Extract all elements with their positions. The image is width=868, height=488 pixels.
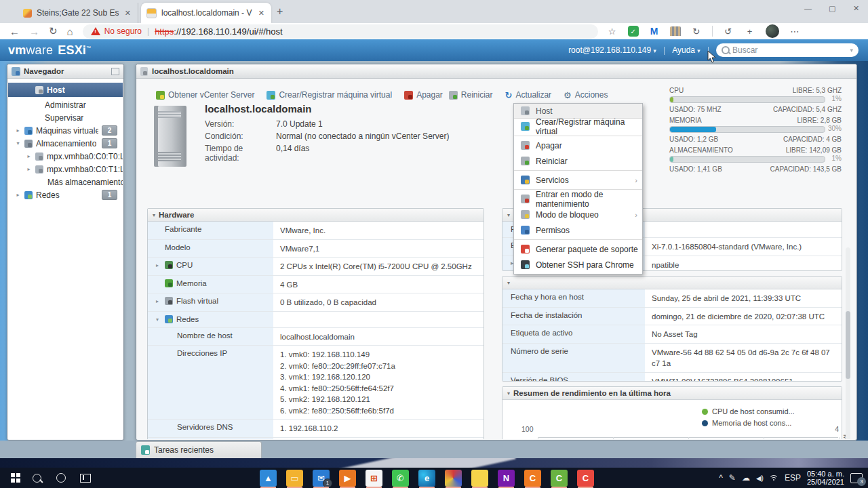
window-minimize-button[interactable]: — [804,4,812,12]
row-chevron-icon[interactable]: ▾ [156,317,161,323]
collapse-chevron-icon[interactable]: ▾ [153,212,155,218]
sidebar-item[interactable]: Administrar [8,98,123,111]
browser-tab-steinsgate[interactable]: Steins;Gate 22 Sub Español Onli ✕ [18,3,138,23]
taskbar-app-icon[interactable]: C [524,470,541,487]
scrollbar-thumb[interactable] [846,311,850,379]
toolbar-button[interactable]: ⚙ Acciones [564,90,608,100]
menu-item[interactable]: Entrar en modo de mantenimiento [514,191,642,207]
language-indicator[interactable]: ESP [785,473,801,483]
taskbar-app-icon[interactable]: e [418,470,435,487]
url-field[interactable]: ! No seguro | https://192.168.110.149/ui… [83,24,598,39]
forward-icon[interactable]: → [29,26,39,37]
main-scrollbar[interactable] [846,247,850,439]
extension-icon[interactable] [670,26,681,36]
collapse-chevron-icon[interactable]: ▾ [507,212,510,218]
taskbar-app-icon[interactable]: N [498,470,515,487]
tree-chevron-icon[interactable]: ▸ [15,127,21,134]
tab-close-icon[interactable]: ✕ [123,9,132,18]
window-close-button[interactable]: ✕ [853,4,859,13]
taskbar-app-icon[interactable]: ▲ [260,470,277,487]
toolbar-button[interactable]: Apagar [404,90,443,100]
toolbar-button[interactable]: ↻ Actualizar [505,90,552,100]
sidebar-item[interactable]: ▸ mpx.vmhba0:C0:T1:L0 [8,163,123,176]
collapse-panel-icon[interactable] [111,68,119,75]
sidebar-item[interactable]: ▸ Máquinas virtuales 2 [8,124,123,137]
browser-menu-icon[interactable]: ⋯ [789,25,801,37]
pen-icon[interactable]: ✎ [729,473,736,483]
menu-item[interactable]: Generar paquete de soporte [514,241,642,257]
show-hidden-icons[interactable]: ^ [719,473,723,483]
hardware-row-label: Memoria [176,279,207,287]
menu-item[interactable]: Reiniciar [514,153,642,169]
search-input[interactable]: Buscar ▾ [716,43,859,57]
tab-close-icon[interactable]: ✕ [257,9,266,18]
taskbar-app-icon[interactable]: C [577,470,594,487]
tree-chevron-icon[interactable]: ▸ [26,166,32,172]
new-tab-button[interactable]: + [277,5,283,18]
tree-chevron-icon[interactable]: ▾ [15,140,21,146]
toolbar-button[interactable]: Crear/Registrar máquina virtual [267,90,392,100]
taskbar-app-icon[interactable] [471,470,488,487]
notification-center-icon[interactable]: 3 [850,473,863,483]
account-menu[interactable]: root@192.168.110.149 ▾ [568,45,656,55]
refresh-extension-icon[interactable]: ↻ [690,25,703,37]
history-icon[interactable]: ↺ [722,25,734,37]
browser-tab-esxi[interactable]: localhost.localdomain - VMware ✕ [141,3,271,23]
profile-avatar[interactable] [766,24,779,38]
sidebar-item[interactable]: ▾ Almacenamiento 1 [8,137,123,150]
menu-item[interactable] [514,170,642,171]
toolbar-button[interactable]: Reiniciar [449,90,493,100]
favorite-star-icon[interactable]: ☆ [606,25,618,37]
row-chevron-icon[interactable]: ▸ [156,298,161,304]
malwarebytes-icon[interactable]: M [648,25,660,37]
start-button[interactable] [0,468,24,488]
security-warning-icon[interactable]: ! [91,27,100,35]
home-icon[interactable]: ⌂ [67,26,73,37]
menu-item[interactable]: Permisos [514,222,642,238]
collections-icon[interactable]: + [744,25,756,37]
taskbar-app-icon[interactable]: C [551,470,568,487]
toolbar-button[interactable]: Obtener vCenter Server [156,90,254,100]
clock[interactable]: 05:40 a. m. 25/04/2021 [807,470,844,486]
system-info-panel-header[interactable]: ▾ [502,277,842,289]
sidebar-item[interactable]: Host [8,83,123,97]
back-icon[interactable]: ← [9,26,20,37]
menu-item[interactable]: Apagar [514,138,642,153]
chevron-down-icon[interactable]: ▾ [850,47,853,54]
recent-tasks-bar[interactable]: Tareas recientes [136,441,262,458]
menu-item[interactable]: Crear/Registrar máquina virtual [514,119,642,134]
tree-chevron-icon[interactable]: ▸ [15,192,21,198]
window-maximize-button[interactable]: ▢ [829,4,835,13]
menu-item[interactable]: Modo de bloqueo › [514,207,642,222]
taskbar-app-icon[interactable]: ✆ [392,470,409,487]
tree-chevron-icon[interactable]: ▸ [26,153,32,159]
taskbar-app-icon[interactable]: ▭ [286,470,303,487]
row-chevron-icon[interactable]: ▸ [156,262,161,268]
menu-item[interactable] [514,239,642,240]
reload-icon[interactable]: ↻ [49,25,58,37]
volume-icon[interactable]: ◀) [756,474,764,482]
wifi-icon[interactable] [770,474,778,481]
taskbar-app-icon[interactable]: ✉ 1 [313,470,330,487]
onedrive-cloud-icon[interactable]: ☁ [742,473,750,483]
sidebar-item[interactable]: Más almacenamiento... [8,176,123,188]
sidebar-item[interactable]: Supervisar [8,111,123,124]
menu-item[interactable]: Servicios › [514,172,642,188]
collapse-chevron-icon[interactable]: ▾ [507,280,510,286]
hardware-panel-header[interactable]: ▾ Hardware [148,209,484,222]
cortana-icon[interactable] [49,468,73,488]
help-menu[interactable]: Ayuda ▾ [672,45,701,55]
performance-panel-header[interactable]: ▾ Resumen de rendimiento en la última ho… [502,387,842,400]
collapse-chevron-icon[interactable]: ▾ [507,390,510,396]
search-icon[interactable] [24,468,49,488]
menu-item[interactable]: Obtener SSH para Chrome [514,257,642,272]
taskbar-app-icon[interactable] [445,470,462,487]
sidebar-item[interactable]: ▸ Redes 1 [8,188,123,201]
task-view-icon[interactable] [73,468,98,488]
page-url[interactable]: https://192.168.110.149/ui/#/host [155,26,282,37]
security-label[interactable]: No seguro [104,26,142,36]
taskbar-app-icon[interactable]: ▶ [339,470,356,487]
adblock-shield-icon[interactable]: ✓ [628,26,639,37]
taskbar-app-icon[interactable]: ⊞ [366,470,382,487]
sidebar-item[interactable]: ▸ mpx.vmhba0:C0:T0:L0 [8,150,123,163]
